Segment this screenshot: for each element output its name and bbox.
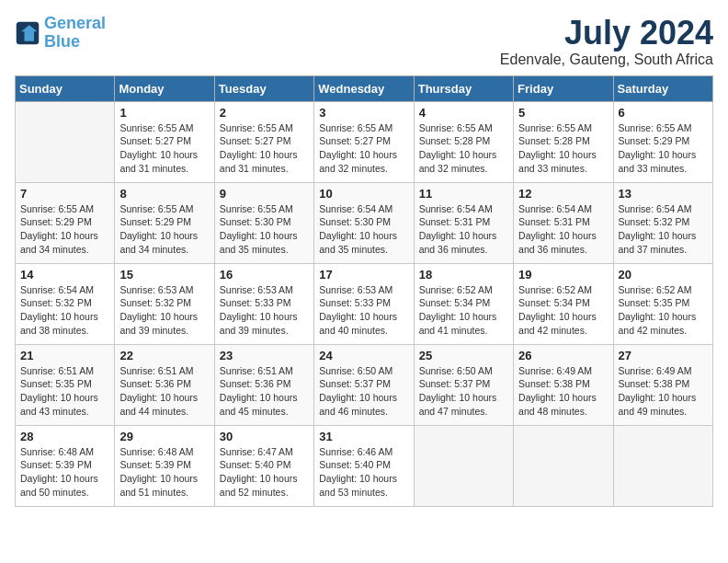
- day-info: Sunrise: 6:51 AMSunset: 5:36 PMDaylight:…: [220, 364, 309, 419]
- day-info: Sunrise: 6:54 AMSunset: 5:30 PMDaylight:…: [319, 202, 408, 257]
- calendar-cell: [514, 425, 613, 506]
- calendar-cell: 22Sunrise: 6:51 AMSunset: 5:36 PMDayligh…: [115, 344, 214, 425]
- calendar-header-wednesday: Wednesday: [314, 75, 414, 101]
- day-number: 29: [119, 430, 209, 443]
- day-info: Sunrise: 6:55 AMSunset: 5:27 PMDaylight:…: [319, 121, 408, 176]
- day-number: 28: [20, 430, 109, 443]
- calendar-cell: 28Sunrise: 6:48 AMSunset: 5:39 PMDayligh…: [16, 425, 115, 506]
- calendar-week-row: 14Sunrise: 6:54 AMSunset: 5:32 PMDayligh…: [16, 263, 713, 344]
- day-info: Sunrise: 6:55 AMSunset: 5:28 PMDaylight:…: [518, 121, 608, 176]
- calendar-cell: 8Sunrise: 6:55 AMSunset: 5:29 PMDaylight…: [115, 182, 214, 263]
- logo: General Blue: [15, 15, 106, 52]
- day-number: 23: [220, 349, 309, 362]
- day-info: Sunrise: 6:52 AMSunset: 5:34 PMDaylight:…: [419, 283, 508, 338]
- day-number: 26: [518, 349, 608, 362]
- day-number: 31: [319, 430, 408, 443]
- page-header: General Blue July 2024 Edenvale, Gauteng…: [15, 15, 713, 68]
- day-info: Sunrise: 6:53 AMSunset: 5:33 PMDaylight:…: [319, 283, 408, 338]
- calendar-header-tuesday: Tuesday: [214, 75, 313, 101]
- calendar-cell: [613, 425, 712, 506]
- calendar-cell: 9Sunrise: 6:55 AMSunset: 5:30 PMDaylight…: [214, 182, 313, 263]
- day-info: Sunrise: 6:53 AMSunset: 5:32 PMDaylight:…: [119, 283, 209, 338]
- day-info: Sunrise: 6:54 AMSunset: 5:32 PMDaylight:…: [619, 202, 708, 257]
- day-number: 21: [20, 349, 109, 362]
- month-year: July 2024: [500, 15, 713, 52]
- day-number: 30: [220, 430, 309, 443]
- day-number: 3: [319, 106, 408, 120]
- calendar-cell: 15Sunrise: 6:53 AMSunset: 5:32 PMDayligh…: [115, 263, 214, 344]
- day-number: 19: [518, 268, 608, 282]
- day-info: Sunrise: 6:55 AMSunset: 5:29 PMDaylight:…: [20, 202, 109, 257]
- day-number: 27: [619, 349, 708, 362]
- location: Edenvale, Gauteng, South Africa: [500, 52, 713, 68]
- calendar-cell: 6Sunrise: 6:55 AMSunset: 5:29 PMDaylight…: [613, 101, 712, 182]
- day-number: 24: [319, 349, 408, 362]
- day-number: 11: [419, 187, 508, 201]
- day-number: 20: [619, 268, 708, 282]
- day-number: 8: [119, 187, 209, 201]
- day-number: 1: [119, 106, 209, 120]
- calendar-cell: 11Sunrise: 6:54 AMSunset: 5:31 PMDayligh…: [414, 182, 513, 263]
- day-info: Sunrise: 6:55 AMSunset: 5:28 PMDaylight:…: [419, 121, 508, 176]
- day-info: Sunrise: 6:50 AMSunset: 5:37 PMDaylight:…: [419, 364, 508, 419]
- calendar-cell: 4Sunrise: 6:55 AMSunset: 5:28 PMDaylight…: [414, 101, 513, 182]
- day-number: 15: [119, 268, 209, 282]
- calendar-cell: 25Sunrise: 6:50 AMSunset: 5:37 PMDayligh…: [414, 344, 513, 425]
- calendar-table: SundayMondayTuesdayWednesdayThursdayFrid…: [15, 75, 713, 507]
- calendar-cell: 26Sunrise: 6:49 AMSunset: 5:38 PMDayligh…: [514, 344, 613, 425]
- day-number: 12: [518, 187, 608, 201]
- calendar-header-saturday: Saturday: [613, 75, 712, 101]
- calendar-cell: 17Sunrise: 6:53 AMSunset: 5:33 PMDayligh…: [314, 263, 414, 344]
- day-info: Sunrise: 6:55 AMSunset: 5:27 PMDaylight:…: [220, 121, 309, 176]
- calendar-cell: 13Sunrise: 6:54 AMSunset: 5:32 PMDayligh…: [613, 182, 712, 263]
- calendar-header-sunday: Sunday: [16, 75, 115, 101]
- calendar-header-friday: Friday: [514, 75, 613, 101]
- calendar-week-row: 21Sunrise: 6:51 AMSunset: 5:35 PMDayligh…: [16, 344, 713, 425]
- day-info: Sunrise: 6:53 AMSunset: 5:33 PMDaylight:…: [220, 283, 309, 338]
- day-info: Sunrise: 6:55 AMSunset: 5:29 PMDaylight:…: [619, 121, 708, 176]
- day-info: Sunrise: 6:49 AMSunset: 5:38 PMDaylight:…: [518, 364, 608, 419]
- calendar-week-row: 7Sunrise: 6:55 AMSunset: 5:29 PMDaylight…: [16, 182, 713, 263]
- day-number: 10: [319, 187, 408, 201]
- calendar-cell: 23Sunrise: 6:51 AMSunset: 5:36 PMDayligh…: [214, 344, 313, 425]
- day-info: Sunrise: 6:54 AMSunset: 5:32 PMDaylight:…: [20, 283, 109, 338]
- calendar-cell: 30Sunrise: 6:47 AMSunset: 5:40 PMDayligh…: [214, 425, 313, 506]
- calendar-header-row: SundayMondayTuesdayWednesdayThursdayFrid…: [16, 75, 713, 101]
- day-number: 13: [619, 187, 708, 201]
- day-info: Sunrise: 6:54 AMSunset: 5:31 PMDaylight:…: [518, 202, 608, 257]
- day-info: Sunrise: 6:51 AMSunset: 5:36 PMDaylight:…: [119, 364, 209, 419]
- calendar-cell: 21Sunrise: 6:51 AMSunset: 5:35 PMDayligh…: [16, 344, 115, 425]
- calendar-cell: 10Sunrise: 6:54 AMSunset: 5:30 PMDayligh…: [314, 182, 414, 263]
- calendar-cell: 7Sunrise: 6:55 AMSunset: 5:29 PMDaylight…: [16, 182, 115, 263]
- day-number: 5: [518, 106, 608, 120]
- day-number: 22: [119, 349, 209, 362]
- calendar-cell: [16, 101, 115, 182]
- calendar-cell: 2Sunrise: 6:55 AMSunset: 5:27 PMDaylight…: [214, 101, 313, 182]
- day-info: Sunrise: 6:52 AMSunset: 5:34 PMDaylight:…: [518, 283, 608, 338]
- title-block: July 2024 Edenvale, Gauteng, South Afric…: [500, 15, 713, 68]
- day-number: 6: [619, 106, 708, 120]
- day-info: Sunrise: 6:55 AMSunset: 5:30 PMDaylight:…: [220, 202, 309, 257]
- calendar-header-monday: Monday: [115, 75, 214, 101]
- day-number: 17: [319, 268, 408, 282]
- calendar-cell: 14Sunrise: 6:54 AMSunset: 5:32 PMDayligh…: [16, 263, 115, 344]
- calendar-week-row: 1Sunrise: 6:55 AMSunset: 5:27 PMDaylight…: [16, 101, 713, 182]
- day-info: Sunrise: 6:52 AMSunset: 5:35 PMDaylight:…: [619, 283, 708, 338]
- day-info: Sunrise: 6:49 AMSunset: 5:38 PMDaylight:…: [619, 364, 708, 419]
- calendar-cell: 20Sunrise: 6:52 AMSunset: 5:35 PMDayligh…: [613, 263, 712, 344]
- day-info: Sunrise: 6:46 AMSunset: 5:40 PMDaylight:…: [319, 445, 408, 500]
- day-number: 9: [220, 187, 309, 201]
- day-number: 18: [419, 268, 508, 282]
- logo-icon: [15, 20, 40, 46]
- calendar-cell: 31Sunrise: 6:46 AMSunset: 5:40 PMDayligh…: [314, 425, 414, 506]
- calendar-cell: 5Sunrise: 6:55 AMSunset: 5:28 PMDaylight…: [514, 101, 613, 182]
- day-info: Sunrise: 6:54 AMSunset: 5:31 PMDaylight:…: [419, 202, 508, 257]
- day-number: 2: [220, 106, 309, 120]
- calendar-cell: 27Sunrise: 6:49 AMSunset: 5:38 PMDayligh…: [613, 344, 712, 425]
- day-info: Sunrise: 6:50 AMSunset: 5:37 PMDaylight:…: [319, 364, 408, 419]
- calendar-week-row: 28Sunrise: 6:48 AMSunset: 5:39 PMDayligh…: [16, 425, 713, 506]
- calendar-body: 1Sunrise: 6:55 AMSunset: 5:27 PMDaylight…: [16, 101, 713, 506]
- logo-text: General Blue: [44, 15, 106, 52]
- day-number: 14: [20, 268, 109, 282]
- calendar-cell: 19Sunrise: 6:52 AMSunset: 5:34 PMDayligh…: [514, 263, 613, 344]
